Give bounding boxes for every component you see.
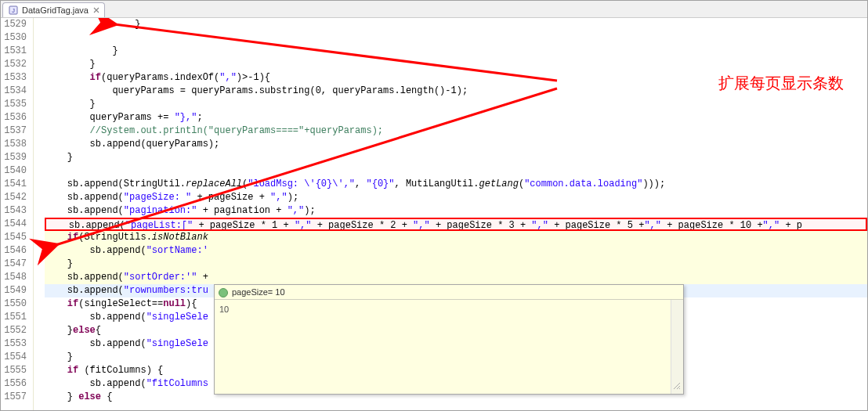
code-line[interactable]: } xyxy=(45,58,867,71)
code-line[interactable]: } xyxy=(45,45,867,58)
code-line[interactable]: sb.append(queryParams); xyxy=(45,138,867,151)
code-line[interactable] xyxy=(45,164,867,178)
code-line[interactable]: sb.append("sortOrder:'" + xyxy=(45,271,867,284)
code-line[interactable]: sb.append("sortName:' xyxy=(45,244,867,258)
fold-column xyxy=(34,18,45,410)
code-line[interactable]: sb.append("pageList:[" + pageSize * 1 + … xyxy=(45,218,867,231)
tab-close-icon[interactable] xyxy=(92,5,101,15)
tooltip-header: pageSize= 10 xyxy=(215,285,683,300)
java-file-icon: J xyxy=(8,5,19,16)
hover-tooltip: pageSize= 10 10 xyxy=(214,284,684,395)
tooltip-header-text: pageSize= 10 xyxy=(232,287,285,297)
tooltip-body: 10 xyxy=(215,300,683,394)
code-line[interactable]: queryParams += "},"; xyxy=(45,111,867,124)
code-line[interactable]: //System.out.println("queryParams===="+q… xyxy=(45,124,867,138)
editor-tab[interactable]: J DataGridTag.java xyxy=(2,2,105,17)
code-line[interactable]: if(queryParams.indexOf(",")>-1){ xyxy=(45,71,867,85)
tab-bar: J DataGridTag.java xyxy=(1,1,867,18)
code-line[interactable]: } xyxy=(45,18,867,31)
code-line[interactable]: sb.append("pagination:" + pagination + "… xyxy=(45,204,867,218)
svg-text:J: J xyxy=(12,7,15,14)
code-line[interactable]: sb.append("pageSize: " + pageSize + ",")… xyxy=(45,191,867,204)
code-line[interactable]: } xyxy=(45,151,867,164)
tooltip-scrollbar[interactable] xyxy=(671,300,683,394)
tooltip-value: 10 xyxy=(219,305,229,314)
code-line[interactable]: sb.append(StringUtil.replaceAll("loadMsg… xyxy=(45,178,867,191)
code-line[interactable]: } xyxy=(45,98,867,111)
tab-filename: DataGridTag.java xyxy=(22,5,89,15)
code-line[interactable]: } xyxy=(45,258,867,271)
code-line[interactable]: queryParams = queryParams.substring(0, q… xyxy=(45,85,867,98)
tooltip-resize-icon[interactable] xyxy=(672,381,682,392)
code-line[interactable]: if(StringUtils.isNotBlank xyxy=(45,231,867,244)
code-line[interactable] xyxy=(45,31,867,45)
line-number-gutter: 1529153015311532153315341535153615371538… xyxy=(1,18,34,410)
